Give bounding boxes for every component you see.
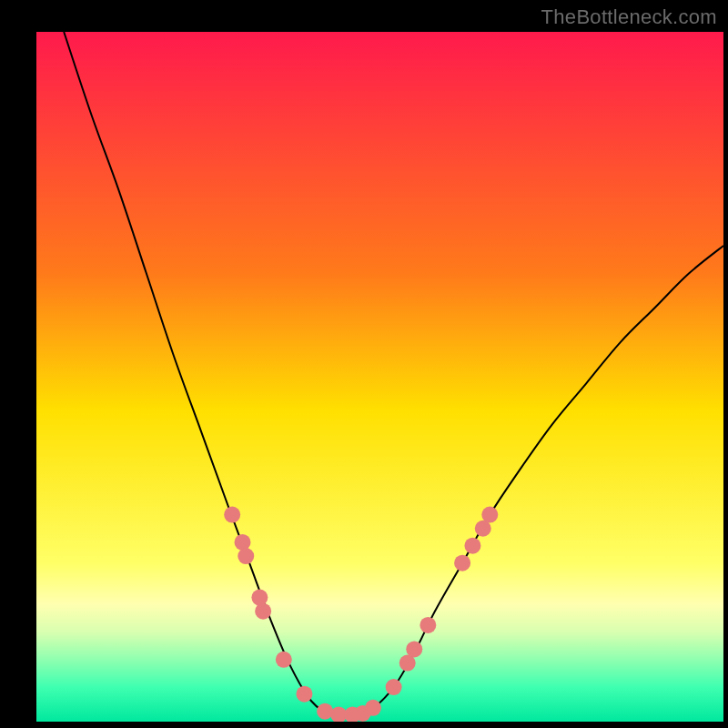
data-marker xyxy=(365,700,381,716)
data-marker xyxy=(296,686,312,703)
data-marker xyxy=(454,555,470,571)
data-marker xyxy=(224,507,240,523)
data-marker xyxy=(464,538,480,554)
data-marker xyxy=(317,703,333,720)
data-marker xyxy=(235,534,251,551)
data-marker xyxy=(481,507,498,523)
data-marker xyxy=(276,652,292,668)
data-marker xyxy=(386,679,402,695)
gradient-background xyxy=(36,32,723,722)
data-marker xyxy=(255,603,271,620)
data-marker xyxy=(251,590,268,606)
data-marker xyxy=(238,548,254,564)
watermark-text: TheBottleneck.com xyxy=(541,5,717,29)
chart-svg xyxy=(36,32,723,722)
data-marker xyxy=(406,641,422,657)
chart-canvas xyxy=(36,32,723,722)
data-marker xyxy=(420,617,436,633)
